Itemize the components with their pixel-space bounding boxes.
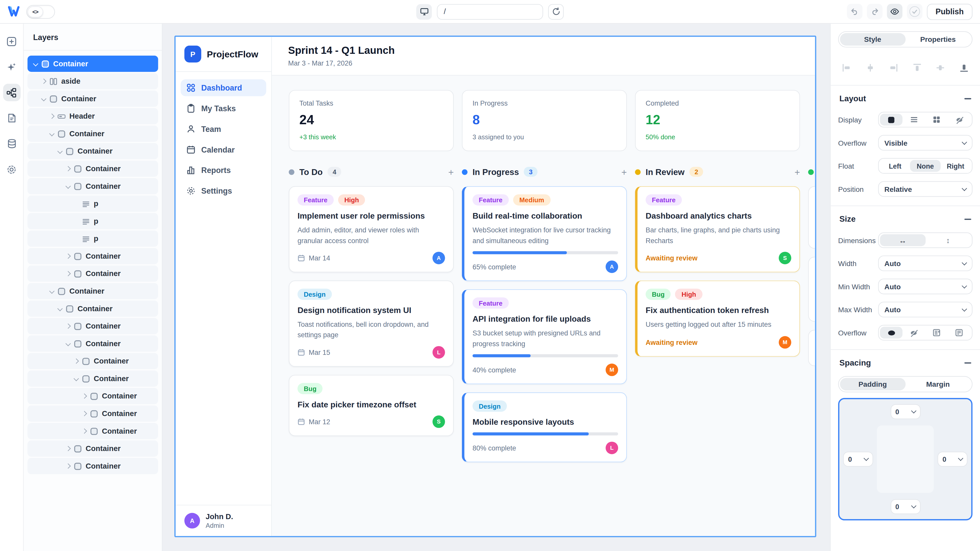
dimensions-height-option[interactable]: ↕ (925, 234, 971, 246)
ai-sparkles-icon[interactable] (3, 58, 21, 76)
layer-row[interactable]: Container (27, 248, 158, 264)
padding-right-select[interactable]: 0 (937, 452, 967, 467)
position-select[interactable]: Relative (878, 181, 973, 197)
sidebar-nav-item-reports[interactable]: Reports (181, 162, 266, 179)
task-card[interactable] (808, 257, 815, 322)
align-bottom-icon[interactable] (959, 63, 969, 73)
display-flex-option[interactable] (903, 114, 925, 126)
layer-row[interactable]: Container (27, 143, 158, 159)
add-element-icon[interactable] (3, 32, 21, 50)
overflow-hidden-option[interactable] (903, 327, 925, 339)
app-logo-icon[interactable] (7, 5, 20, 18)
layer-row[interactable]: Container (27, 388, 158, 404)
layer-row[interactable]: Container (27, 125, 158, 142)
code-view-toggle[interactable]: <> (26, 5, 55, 18)
layer-chevron-icon[interactable] (65, 464, 71, 469)
layer-row[interactable]: Container (27, 353, 158, 369)
publish-button[interactable]: Publish (927, 3, 972, 20)
display-hidden-option[interactable] (948, 114, 970, 126)
sidebar-nav-item-dashboard[interactable]: Dashboard (181, 79, 266, 96)
padding-top-select[interactable]: 0 (891, 404, 921, 419)
layer-chevron-icon[interactable] (65, 341, 71, 346)
align-right-icon[interactable] (889, 63, 898, 73)
layer-chevron-icon[interactable] (49, 289, 55, 294)
align-center-vertical-icon[interactable] (936, 63, 945, 73)
layer-row[interactable]: Container (27, 265, 158, 282)
layer-row[interactable]: Container (27, 441, 158, 457)
layer-row[interactable]: Container (27, 283, 158, 299)
task-card[interactable] (808, 186, 815, 249)
layer-chevron-icon[interactable] (65, 183, 71, 189)
width-select[interactable]: Auto (878, 256, 973, 271)
device-preview-button[interactable] (416, 4, 432, 19)
url-input[interactable] (437, 4, 543, 19)
max-width-select[interactable]: Auto (878, 302, 973, 318)
add-card-button[interactable]: + (621, 167, 627, 176)
align-top-icon[interactable] (912, 63, 922, 73)
tab-properties[interactable]: Properties (905, 33, 970, 46)
undo-button[interactable] (847, 4, 862, 19)
collapse-spacing-icon[interactable] (964, 362, 971, 363)
sidebar-nav-item-team[interactable]: Team (181, 121, 266, 138)
dimensions-width-option[interactable]: ↔ (880, 234, 925, 246)
tab-style[interactable]: Style (840, 33, 905, 46)
refresh-button[interactable] (548, 4, 564, 19)
overflow-scroll-option[interactable] (925, 327, 948, 339)
layer-chevron-icon[interactable] (65, 271, 71, 276)
layer-row[interactable]: Container (27, 370, 158, 387)
data-database-icon[interactable] (3, 135, 21, 152)
layer-row[interactable]: Container (27, 318, 158, 334)
selected-container-canvas[interactable]: P ProjectFlow Dashboard My Tasks Team Ca… (174, 36, 816, 537)
app-user-row[interactable]: A John D. Admin (176, 505, 271, 536)
pages-icon[interactable] (3, 110, 21, 127)
redo-button[interactable] (867, 4, 882, 19)
task-card[interactable]: Feature API integration for file uploads… (462, 289, 627, 384)
overflow-visible-option[interactable] (880, 327, 903, 339)
layer-row[interactable]: Container (27, 160, 158, 177)
sidebar-nav-item-settings[interactable]: Settings (181, 183, 266, 199)
overflow-auto-option[interactable] (948, 327, 970, 339)
tab-padding[interactable]: Padding (840, 378, 905, 391)
layer-chevron-icon[interactable] (82, 393, 87, 399)
display-grid-option[interactable] (925, 114, 948, 126)
task-card[interactable]: Feature Dashboard analytics charts Bar c… (635, 186, 800, 272)
layer-chevron-icon[interactable] (41, 96, 46, 102)
collapse-size-icon[interactable] (964, 218, 971, 220)
layer-row[interactable]: p (27, 196, 158, 212)
layer-chevron-icon[interactable] (49, 131, 55, 137)
float-none-option[interactable]: None (910, 160, 940, 172)
display-block-option[interactable] (880, 114, 903, 126)
task-card[interactable]: FeatureHigh Implement user role permissi… (289, 186, 454, 272)
layer-chevron-icon[interactable] (65, 324, 71, 329)
sidebar-nav-item-my-tasks[interactable]: My Tasks (181, 100, 266, 117)
padding-bottom-select[interactable]: 0 (891, 499, 921, 514)
layer-chevron-icon[interactable] (57, 306, 63, 311)
layer-row[interactable]: Container (27, 335, 158, 352)
task-card[interactable]: Design Design notification system UI Toa… (289, 281, 454, 367)
add-card-button[interactable]: + (794, 167, 800, 176)
overflow-select[interactable]: Visible (878, 135, 973, 151)
sidebar-nav-item-calendar[interactable]: Calendar (181, 141, 266, 158)
layer-chevron-icon[interactable] (82, 428, 87, 433)
sync-status-button[interactable] (907, 4, 922, 19)
float-right-option[interactable]: Right (940, 160, 970, 172)
layer-row[interactable]: p (27, 230, 158, 247)
layer-row[interactable]: Container (27, 178, 158, 194)
preview-eye-button[interactable] (887, 4, 902, 19)
padding-left-select[interactable]: 0 (843, 452, 873, 467)
layers-tree-icon[interactable] (3, 84, 21, 101)
layer-chevron-icon[interactable] (82, 411, 87, 416)
collapse-layout-icon[interactable] (964, 98, 971, 99)
layer-chevron-icon[interactable] (73, 376, 79, 381)
layer-row[interactable]: Container (27, 91, 158, 107)
layer-chevron-icon[interactable] (57, 148, 63, 154)
tab-margin[interactable]: Margin (905, 378, 970, 391)
layer-row[interactable]: aside (27, 73, 158, 89)
layer-chevron-icon[interactable] (41, 79, 46, 84)
task-card[interactable]: Bug Fix date picker timezone offset Mar … (289, 375, 454, 436)
task-card[interactable] (808, 330, 815, 366)
layer-row[interactable]: Container (27, 423, 158, 439)
layer-row[interactable]: Container (27, 300, 158, 317)
layer-row[interactable]: Header (27, 108, 158, 124)
min-width-select[interactable]: Auto (878, 279, 973, 294)
